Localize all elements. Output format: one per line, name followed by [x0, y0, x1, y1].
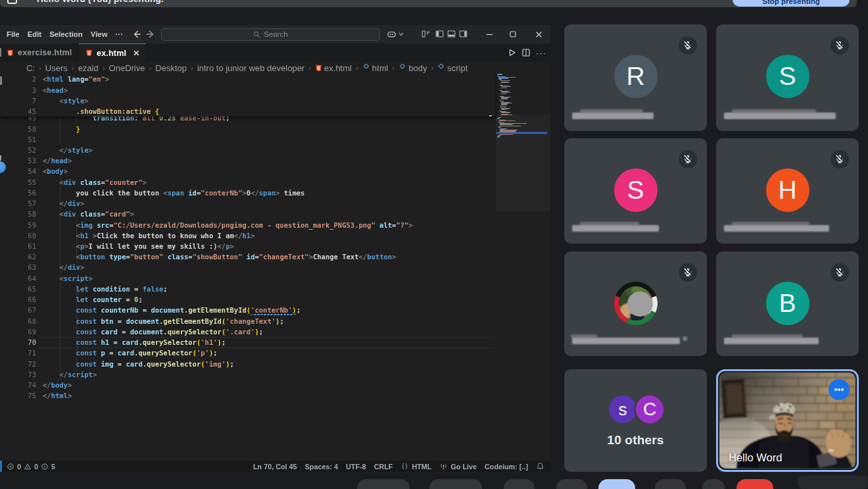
- menu-selection[interactable]: Selection: [45, 25, 87, 43]
- sticky-line-7: <style>: [43, 95, 89, 106]
- avatar: S: [766, 55, 809, 98]
- raise-hand-control[interactable]: [655, 479, 686, 489]
- mic-off-icon: [834, 40, 845, 51]
- participant-tile-self[interactable]: Hello Word: [716, 369, 859, 472]
- breadcrumb[interactable]: C:›Users›ezald›OneDrive›Desktop›intro to…: [0, 62, 550, 74]
- tab-ex-html[interactable]: ex.html✕: [79, 43, 146, 62]
- participant-tile[interactable]: R: [564, 24, 707, 131]
- split-editor-icon[interactable]: [522, 49, 530, 57]
- breadcrumb-item[interactable]: Users: [45, 63, 68, 73]
- html5: [85, 49, 93, 57]
- minimap-line: [501, 104, 507, 105]
- menu-edit[interactable]: Edit: [24, 25, 46, 43]
- breadcrumb-item[interactable]: C:: [26, 63, 35, 73]
- tab-exercise-html[interactable]: exercise.html: [0, 43, 80, 62]
- participant-tile[interactable]: S: [564, 138, 707, 244]
- stop-presenting-button[interactable]: Stop presenting: [733, 0, 850, 7]
- participant-tile[interactable]: sC10 others: [564, 369, 707, 472]
- participant-tile[interactable]: H: [716, 138, 859, 244]
- search-input[interactable]: Search: [161, 28, 380, 41]
- warning-icon: [24, 463, 32, 471]
- status-item-bell[interactable]: [536, 462, 544, 471]
- avatar: [614, 282, 658, 328]
- muted-mic-badge: [679, 263, 697, 282]
- participant-tile[interactable]: B: [716, 251, 859, 356]
- squiggle-underline: [254, 314, 296, 315]
- participant-name-redacted: [572, 225, 659, 232]
- status-warnings[interactable]: 0: [24, 463, 38, 471]
- breadcrumb-separator: ›: [149, 64, 151, 72]
- breadcrumb-item[interactable]: ex.html: [315, 63, 352, 73]
- sticky-line-number: 7: [0, 95, 36, 106]
- code-line-70: const h1 = card.querySelector('h1');: [43, 337, 226, 347]
- close-window-button[interactable]: [529, 25, 548, 43]
- breadcrumb-item[interactable]: OneDrive: [109, 63, 145, 73]
- breadcrumb-item[interactable]: html: [362, 63, 389, 73]
- line-number: 68: [0, 316, 36, 326]
- status-errors[interactable]: 0: [7, 463, 21, 471]
- copilot-icon[interactable]: [387, 30, 397, 39]
- reaction-control[interactable]: [556, 479, 587, 489]
- breadcrumb-item[interactable]: intro to junior web developer: [197, 63, 304, 73]
- forward-arrow-icon[interactable]: [145, 29, 156, 39]
- status-item-html[interactable]: HTML: [400, 462, 431, 471]
- muted-mic-badge: [831, 263, 849, 282]
- status-infos[interactable]: 5: [41, 463, 55, 471]
- avatar-letter: H: [778, 176, 796, 205]
- code-line-53: </head>: [43, 155, 72, 166]
- participant-tile[interactable]: S: [716, 24, 859, 131]
- bell-icon: [536, 462, 544, 471]
- mic-off-icon: [683, 154, 693, 165]
- breadcrumb-item[interactable]: script: [437, 63, 468, 73]
- status-item-go-live[interactable]: Go Live: [439, 462, 477, 471]
- line-number: 50: [0, 124, 36, 134]
- status-item-spaces-4[interactable]: Spaces: 4: [305, 463, 338, 471]
- editor-more-actions-icon[interactable]: ···: [536, 48, 546, 58]
- participant-tile[interactable]: [564, 251, 707, 356]
- camera-control[interactable]: [429, 479, 482, 489]
- code-line-62: <button type="button" class="showButton"…: [43, 251, 396, 262]
- symbol: [437, 64, 445, 72]
- present-control[interactable]: [598, 479, 635, 489]
- bottom-right-panel: [798, 475, 868, 489]
- minimap-line: [500, 99, 500, 100]
- minimap-line: [497, 136, 500, 137]
- minimize-button[interactable]: [479, 25, 499, 43]
- breadcrumb-item[interactable]: ezald: [78, 63, 99, 73]
- close-tab-icon[interactable]: ✕: [133, 49, 139, 58]
- code-line-58: <div class="card">: [43, 209, 134, 219]
- chevron-down-icon[interactable]: [398, 32, 404, 36]
- code-editor[interactable]: 49 transition: all 0.2s ease-in-out;50 }…: [0, 74, 550, 461]
- minimap-line: [501, 82, 510, 83]
- leave-call-control[interactable]: [736, 479, 773, 489]
- more-control[interactable]: [702, 479, 725, 489]
- toggle-secondary-sidebar-icon[interactable]: [459, 30, 468, 38]
- maximize-button[interactable]: [503, 25, 523, 43]
- status-item-codeium-[interactable]: Codeium: [..]: [485, 463, 528, 471]
- run-button[interactable]: [508, 49, 516, 57]
- mic-control[interactable]: [357, 479, 410, 489]
- more-options-icon: [833, 384, 845, 396]
- status-item-utf-8[interactable]: UTF-8: [346, 463, 366, 471]
- braces-icon: [400, 462, 409, 471]
- captions-control[interactable]: [504, 479, 535, 489]
- line-number: 65: [0, 284, 36, 294]
- tile-options-button[interactable]: [829, 379, 850, 400]
- toggle-sidebar-icon[interactable]: [435, 30, 444, 38]
- breadcrumb-item[interactable]: body: [398, 63, 427, 73]
- breadcrumb-separator: ›: [308, 64, 311, 72]
- menu-view[interactable]: View: [87, 25, 112, 43]
- muted-mic-badge: [831, 150, 849, 168]
- menu-more[interactable]: ···: [112, 25, 127, 43]
- menu-file[interactable]: File: [7, 25, 24, 43]
- edge-artifact: [0, 155, 1, 161]
- code-line-74: </body>: [43, 380, 72, 390]
- customize-layout-icon[interactable]: [422, 30, 430, 38]
- minimap[interactable]: [496, 74, 550, 461]
- breadcrumb-item[interactable]: Desktop: [155, 63, 187, 73]
- back-arrow-icon[interactable]: [132, 29, 142, 39]
- code-line-68: const btn = document.getElementById('cha…: [43, 316, 284, 326]
- toggle-panel-icon[interactable]: [447, 30, 456, 38]
- status-item-crlf[interactable]: CRLF: [374, 463, 393, 471]
- status-item-ln-70-col-45[interactable]: Ln 70, Col 45: [253, 463, 297, 471]
